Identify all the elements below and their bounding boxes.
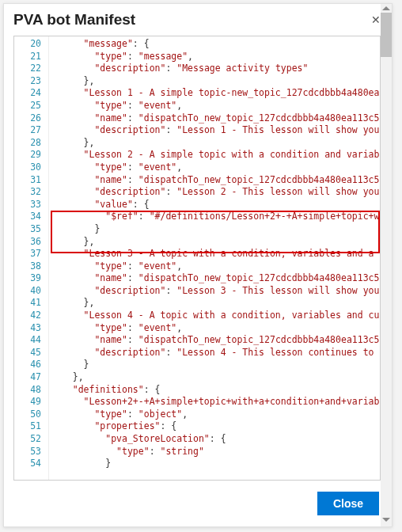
modal-title: PVA bot Manifest bbox=[13, 11, 135, 28]
modal-header: PVA bot Manifest ✕ bbox=[4, 4, 392, 32]
scroll-thumb[interactable] bbox=[381, 13, 392, 57]
scroll-down-icon[interactable] bbox=[382, 518, 390, 522]
modal-footer: Close bbox=[317, 492, 379, 515]
manifest-modal: PVA bot Manifest ✕ 20 "message": { 21 "t… bbox=[3, 3, 393, 527]
scrollbar[interactable] bbox=[381, 4, 392, 526]
scroll-up-icon[interactable] bbox=[382, 6, 390, 10]
code-content: 20 "message": { 21 "type": "message", 22… bbox=[14, 36, 380, 472]
code-viewer[interactable]: 20 "message": { 21 "type": "message", 22… bbox=[13, 36, 381, 481]
close-button[interactable]: Close bbox=[317, 492, 379, 515]
